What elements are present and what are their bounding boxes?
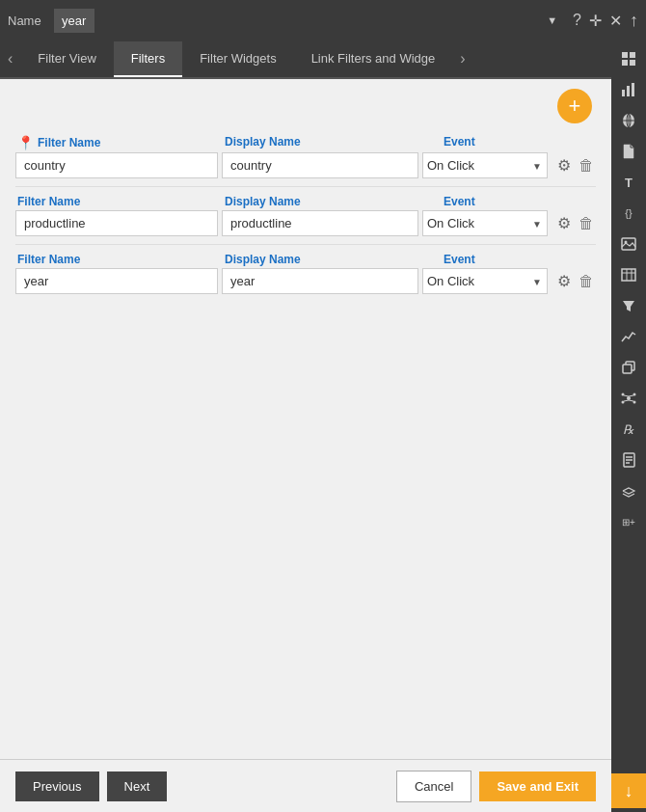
event-select-0[interactable]: On Click On Hover On Load — [422, 152, 548, 178]
svg-rect-5 — [627, 86, 630, 96]
sidebar-icon-geo[interactable] — [613, 106, 644, 135]
sidebar-icon-document[interactable] — [613, 137, 644, 166]
filter-row: Filter Name Display Name Event On Click … — [15, 249, 596, 302]
sidebar-icon-code[interactable]: {} — [613, 199, 644, 228]
filter-area: + 📍 Filter Name Display Name Event On Cl… — [0, 79, 611, 759]
svg-line-24 — [629, 395, 633, 396]
filter-name-input-2[interactable] — [15, 268, 218, 294]
add-icon: + — [569, 94, 581, 119]
move-icon[interactable]: ✛ — [589, 12, 602, 30]
event-label-2: Event — [442, 253, 596, 266]
filter-name-label-1: Filter Name — [15, 195, 223, 208]
sidebar-icon-table[interactable] — [613, 260, 644, 289]
filter-name-input-0[interactable] — [15, 152, 218, 178]
tab-next-btn[interactable]: › — [452, 41, 472, 77]
sidebar-bottom: ↓ — [611, 773, 646, 808]
filter-delete-btn-2[interactable]: 🗑 — [577, 271, 596, 292]
tab-link-filters[interactable]: Link Filters and Widge — [294, 41, 453, 77]
sidebar-icon-rx[interactable]: ℞ — [613, 415, 644, 444]
svg-line-23 — [624, 395, 629, 396]
display-name-input-1[interactable] — [222, 210, 418, 236]
sidebar-icon-report[interactable] — [613, 446, 644, 474]
filter-rows-container: 📍 Filter Name Display Name Event On Clic… — [15, 131, 596, 302]
name-label: Name — [8, 14, 46, 28]
header: Name year ? ✛ ✕ ↑ — [0, 0, 646, 41]
svg-line-26 — [629, 400, 633, 401]
add-filter-button[interactable]: + — [557, 89, 592, 123]
filter-delete-btn-0[interactable]: 🗑 — [577, 155, 596, 176]
svg-rect-17 — [623, 365, 632, 373]
svg-rect-4 — [622, 90, 625, 96]
filter-settings-btn-1[interactable]: ⚙ — [555, 212, 573, 234]
sidebar: T {} ℞ — [611, 41, 646, 812]
svg-rect-1 — [630, 52, 635, 58]
sidebar-icon-dashboard[interactable] — [613, 44, 644, 73]
sidebar-toggle-icon[interactable]: ↑ — [630, 11, 638, 31]
sidebar-icon-network[interactable] — [613, 384, 644, 413]
close-icon[interactable]: ✕ — [609, 12, 622, 30]
sidebar-icon-copy[interactable] — [613, 353, 644, 382]
svg-rect-0 — [622, 52, 628, 58]
svg-rect-13 — [622, 269, 635, 281]
footer: Previous Next Cancel Save and Exit — [0, 759, 611, 812]
event-label-1: Event — [442, 195, 596, 208]
display-name-label-0: Display Name — [223, 135, 442, 150]
help-icon[interactable]: ? — [573, 12, 581, 29]
svg-line-25 — [624, 400, 629, 401]
sidebar-icon-image[interactable] — [613, 230, 644, 258]
filter-delete-btn-1[interactable]: 🗑 — [577, 213, 596, 234]
filter-name-input-1[interactable] — [15, 210, 218, 236]
filter-row: Filter Name Display Name Event On Click … — [15, 191, 596, 245]
save-exit-button[interactable]: Save and Exit — [479, 771, 596, 801]
event-label-0: Event — [442, 135, 596, 150]
sidebar-icon-filter[interactable] — [613, 291, 644, 320]
header-icons: ? ✛ ✕ — [573, 12, 622, 30]
filter-name-label-2: Filter Name — [15, 253, 223, 266]
tab-prev-btn[interactable]: ‹ — [0, 41, 20, 77]
main-area: ‹ Filter View Filters Filter Widgets Lin… — [0, 41, 646, 812]
name-select[interactable]: year — [54, 9, 94, 33]
sidebar-icon-grid-plus[interactable]: ⊞+ — [613, 507, 644, 536]
svg-rect-2 — [622, 60, 628, 66]
event-select-1[interactable]: On Click On Hover On Load — [422, 210, 548, 236]
filter-settings-btn-0[interactable]: ⚙ — [555, 154, 573, 176]
svg-rect-6 — [632, 83, 634, 96]
cancel-button[interactable]: Cancel — [396, 771, 471, 802]
name-select-wrapper[interactable]: year — [54, 9, 565, 33]
tabs-bar: ‹ Filter View Filters Filter Widgets Lin… — [0, 41, 611, 79]
tab-filters[interactable]: Filters — [114, 41, 182, 77]
pin-icon: 📍 — [17, 135, 34, 150]
download-icon[interactable]: ↓ — [611, 773, 646, 808]
sidebar-icon-layers[interactable] — [613, 476, 644, 505]
filter-row: 📍 Filter Name Display Name Event On Clic… — [15, 131, 596, 187]
tab-filter-view[interactable]: Filter View — [20, 41, 113, 77]
display-name-input-0[interactable] — [222, 152, 418, 178]
previous-button[interactable]: Previous — [15, 771, 99, 801]
sidebar-icon-bar-chart[interactable] — [613, 75, 644, 104]
tab-filter-widgets[interactable]: Filter Widgets — [182, 41, 293, 77]
filter-settings-btn-2[interactable]: ⚙ — [555, 270, 573, 292]
display-name-label-1: Display Name — [223, 195, 442, 208]
filter-name-label-0: 📍 Filter Name — [15, 135, 223, 150]
event-select-2[interactable]: On Click On Hover On Load — [422, 268, 548, 294]
next-button[interactable]: Next — [107, 771, 168, 801]
sidebar-icon-text[interactable]: T — [613, 168, 644, 197]
add-btn-row: + — [15, 89, 592, 123]
svg-point-18 — [627, 396, 631, 400]
display-name-input-2[interactable] — [222, 268, 418, 294]
sidebar-icon-chart[interactable] — [613, 322, 644, 351]
display-name-label-2: Display Name — [223, 253, 442, 266]
svg-rect-3 — [630, 60, 635, 66]
content: ‹ Filter View Filters Filter Widgets Lin… — [0, 41, 611, 812]
